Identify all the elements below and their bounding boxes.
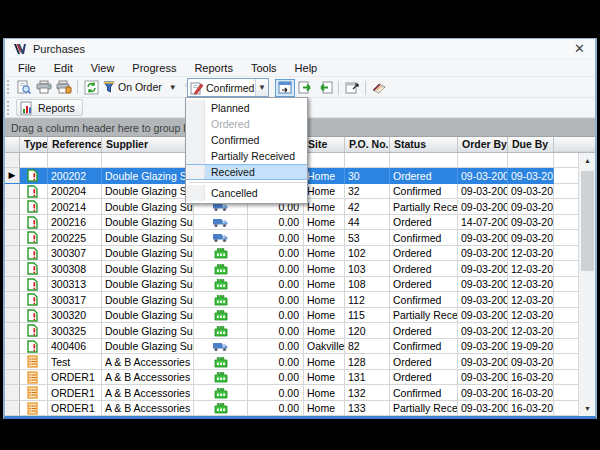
- status-combo[interactable]: Confirmed ▼: [187, 78, 269, 97]
- status-menu-item-partially-received[interactable]: Partially Received: [186, 148, 307, 164]
- cell-supplier[interactable]: Double Glazing Suppliers: [102, 323, 194, 339]
- cell-site[interactable]: Oakville: [304, 339, 345, 355]
- cell-po_no[interactable]: 112: [345, 292, 390, 308]
- cell-selector[interactable]: [5, 230, 20, 246]
- cell-supplier[interactable]: Double Glazing Suppliers: [102, 184, 194, 200]
- cell-order_by[interactable]: 14-07-2005: [458, 215, 508, 231]
- cell-order_by[interactable]: 09-03-2005: [458, 246, 508, 262]
- cell-supplier[interactable]: Double Glazing Suppliers: [102, 168, 194, 184]
- cell-status[interactable]: Ordered: [390, 277, 458, 293]
- filter-cell[interactable]: [20, 153, 48, 168]
- cell-reference[interactable]: 200214: [48, 199, 102, 215]
- cell-po_no[interactable]: 131: [345, 370, 390, 386]
- cell-selector[interactable]: ▶: [5, 168, 20, 184]
- cell-value[interactable]: 0.00: [248, 370, 304, 386]
- cell-site[interactable]: Home: [304, 246, 345, 262]
- cell-reference[interactable]: 300308: [48, 261, 102, 277]
- cell-status[interactable]: Confirmed: [390, 339, 458, 355]
- toolbar-grip[interactable]: [7, 80, 12, 94]
- column-header-po_no[interactable]: P.O. No.: [345, 137, 390, 152]
- table-row[interactable]: 300307Double Glazing Suppliers0.00Home10…: [5, 246, 578, 262]
- cell-po_no[interactable]: 102: [345, 246, 390, 262]
- cell-site[interactable]: Home: [304, 261, 345, 277]
- cell-site[interactable]: Home: [304, 354, 345, 370]
- cell-supplier[interactable]: A & B Accessories Ltd.: [102, 354, 194, 370]
- cell-selector[interactable]: [5, 370, 20, 386]
- filter-cell[interactable]: [5, 153, 20, 168]
- cell-selector[interactable]: [5, 323, 20, 339]
- cell-status[interactable]: Ordered: [390, 354, 458, 370]
- cell-selector[interactable]: [5, 308, 20, 324]
- cell-site[interactable]: Home: [304, 323, 345, 339]
- cell-order_by[interactable]: 09-03-2005: [458, 277, 508, 293]
- open-form-icon[interactable]: [342, 79, 362, 97]
- filter-cell[interactable]: [48, 153, 102, 168]
- cell-supplier[interactable]: A & B Accessories Ltd.: [102, 370, 194, 386]
- cell-due_by[interactable]: 12-03-2005: [508, 292, 554, 308]
- cell-delivery[interactable]: [194, 339, 248, 355]
- cell-site[interactable]: Home: [304, 168, 345, 184]
- combo-dropdown-arrow[interactable]: ▼: [255, 79, 268, 96]
- cell-type[interactable]: [20, 215, 48, 231]
- column-header-due_by[interactable]: Due By: [508, 137, 554, 152]
- cell-po_no[interactable]: 120: [345, 323, 390, 339]
- cell-delivery[interactable]: [194, 215, 248, 231]
- cell-reference[interactable]: 400406: [48, 339, 102, 355]
- cell-reference[interactable]: 300317: [48, 292, 102, 308]
- cell-status[interactable]: Partially Received: [390, 308, 458, 324]
- table-row[interactable]: 300317Double Glazing Suppliers0.00Home11…: [5, 292, 578, 308]
- print-icon[interactable]: [34, 78, 54, 96]
- menubar-item-file[interactable]: File: [9, 59, 45, 77]
- cell-supplier[interactable]: Double Glazing Suppliers: [102, 215, 194, 231]
- cell-selector[interactable]: [5, 184, 20, 200]
- cell-due_by[interactable]: 19-09-2005: [508, 339, 554, 355]
- cell-reference[interactable]: 300325: [48, 323, 102, 339]
- reports-button[interactable]: Reports: [16, 99, 83, 116]
- cell-selector[interactable]: [5, 246, 20, 262]
- cell-status[interactable]: Confirmed: [390, 292, 458, 308]
- print-preview-icon[interactable]: [14, 78, 34, 96]
- cell-type[interactable]: [20, 401, 48, 417]
- menubar-item-tools[interactable]: Tools: [242, 59, 286, 77]
- cell-type[interactable]: [20, 230, 48, 246]
- cell-due_by[interactable]: 09-03-2005: [508, 215, 554, 231]
- menubar-item-help[interactable]: Help: [286, 59, 327, 77]
- cell-selector[interactable]: [5, 277, 20, 293]
- cell-value[interactable]: 0.00: [248, 308, 304, 324]
- cell-order_by[interactable]: 09-03-2005: [458, 401, 508, 417]
- toolbar-grip[interactable]: [7, 101, 12, 115]
- cell-due_by[interactable]: 09-03-2005: [508, 184, 554, 200]
- cell-status[interactable]: Ordered: [390, 323, 458, 339]
- menubar-item-view[interactable]: View: [82, 59, 124, 77]
- scrollbar-thumb[interactable]: [581, 171, 594, 271]
- cell-order_by[interactable]: 09-03-2005: [458, 339, 508, 355]
- cell-value[interactable]: 0.00: [248, 230, 304, 246]
- cell-reference[interactable]: 200204: [48, 184, 102, 200]
- cell-supplier[interactable]: Double Glazing Suppliers: [102, 292, 194, 308]
- cell-order_by[interactable]: 09-03-2005: [458, 370, 508, 386]
- cell-value[interactable]: 0.00: [248, 401, 304, 417]
- cell-type[interactable]: [20, 199, 48, 215]
- cell-selector[interactable]: [5, 339, 20, 355]
- cell-status[interactable]: Ordered: [390, 215, 458, 231]
- cell-type[interactable]: [20, 246, 48, 262]
- cell-value[interactable]: 0.00: [248, 323, 304, 339]
- cell-delivery[interactable]: [194, 246, 248, 262]
- cell-selector[interactable]: [5, 385, 20, 401]
- cell-selector[interactable]: [5, 401, 20, 417]
- cell-po_no[interactable]: 32: [345, 184, 390, 200]
- refresh-icon[interactable]: [81, 78, 101, 96]
- cell-type[interactable]: [20, 323, 48, 339]
- cell-supplier[interactable]: Double Glazing Suppliers: [102, 230, 194, 246]
- cell-supplier[interactable]: Double Glazing Suppliers: [102, 261, 194, 277]
- cell-reference[interactable]: ORDER1: [48, 385, 102, 401]
- status-menu-item-confirmed[interactable]: Confirmed: [186, 132, 307, 148]
- filter-cell[interactable]: [345, 153, 390, 168]
- filter-cell[interactable]: [458, 153, 508, 168]
- cell-reference[interactable]: ORDER1: [48, 370, 102, 386]
- cell-status[interactable]: Partially Received: [390, 401, 458, 417]
- cell-due_by[interactable]: 16-03-2005: [508, 401, 554, 417]
- cell-selector[interactable]: [5, 199, 20, 215]
- cell-site[interactable]: Home: [304, 230, 345, 246]
- cell-reference[interactable]: 200202: [48, 168, 102, 184]
